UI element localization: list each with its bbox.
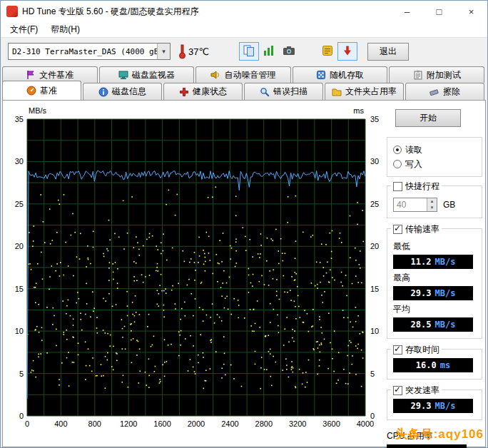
folder-usage-icon (332, 87, 342, 97)
access-time-checkbox[interactable]: 存取时间 (391, 344, 442, 356)
cpu-usage-display: 10.5 % (387, 444, 467, 448)
write-radio[interactable]: 写入 (393, 158, 476, 170)
erase-icon (429, 87, 439, 97)
shortstroke-size-input[interactable]: 40 ▲ ▼ (393, 198, 437, 212)
tab-label: 健康状态 (193, 86, 227, 98)
burst-unit: MB/s (435, 401, 456, 411)
svg-text:25: 25 (15, 200, 24, 208)
min-speed-display: 11.2 MB/s (393, 255, 473, 269)
benchmark-icon (26, 86, 36, 96)
menu-help[interactable]: 帮助(H) (44, 22, 86, 37)
minimize-button[interactable]: – (391, 1, 423, 22)
svg-text:25: 25 (370, 200, 379, 208)
min-unit: MB/s (435, 257, 456, 267)
read-radio-label: 读取 (405, 144, 422, 156)
tab-disk-info[interactable]: 磁盘信息 (83, 83, 162, 100)
avg-label: 平均 (393, 303, 476, 315)
tab-label: 基准 (40, 85, 57, 97)
max-value: 29.3 (411, 288, 432, 298)
shortstroke-label: 快捷行程 (405, 180, 439, 193)
svg-text:2800: 2800 (255, 419, 273, 428)
chevron-down-icon[interactable]: ▾ (157, 44, 170, 59)
svg-text:30: 30 (15, 157, 24, 166)
svg-text:0: 0 (19, 412, 24, 420)
max-label: 最高 (393, 272, 476, 284)
burst-rate-label: 突发速率 (405, 385, 439, 397)
tab-error-scan[interactable]: 错误扫描 (244, 83, 323, 100)
exit-button[interactable]: 退出 (367, 43, 409, 61)
tab-label: 错误扫描 (273, 86, 307, 98)
spin-up-icon[interactable]: ▲ (427, 198, 437, 205)
tab-label: 随机存取 (330, 69, 364, 81)
menu-bar: 文件(F) 帮助(H) (1, 22, 487, 38)
close-button[interactable]: × (455, 1, 487, 22)
benchmark-chart: 0055101015152020252530303535040080012001… (6, 103, 385, 440)
access-time-group: 存取时间 16.0 ms (387, 349, 482, 380)
tab-health[interactable]: 健康状态 (163, 83, 243, 100)
yellow-note-icon (321, 44, 334, 59)
checkbox-checked-icon (393, 386, 402, 395)
shortstroke-group: 快捷行程 40 ▲ ▼ GB (387, 185, 482, 218)
burst-rate-checkbox[interactable]: 突发速率 (391, 385, 442, 397)
aam-icon (210, 70, 220, 80)
drive-select[interactable]: D2-310 TerraMaster_DAS (4000 gB) ▾ (8, 43, 171, 60)
copy-text-button[interactable] (317, 42, 337, 61)
burst-rate-group: 突发速率 29.3 MB/s (387, 390, 482, 420)
svg-text:1200: 1200 (120, 419, 137, 428)
access-value: 16.0 (416, 360, 437, 370)
svg-text:ms: ms (353, 106, 364, 115)
tab-aam[interactable]: 自动噪音管理 (195, 66, 291, 83)
min-label: 最低 (393, 240, 476, 253)
tab-label: 磁盘监视器 (132, 69, 175, 81)
svg-text:15: 15 (15, 285, 24, 293)
svg-text:10: 10 (370, 327, 379, 335)
screenshot-camera-button[interactable] (279, 42, 299, 61)
write-radio-label: 写入 (405, 158, 422, 170)
svg-text:4000: 4000 (357, 419, 374, 428)
access-time-label: 存取时间 (405, 344, 439, 356)
svg-text:1600: 1600 (153, 419, 171, 428)
download-results-button[interactable] (337, 42, 357, 61)
svg-text:35: 35 (370, 115, 379, 123)
radio-unselected-icon (393, 160, 402, 168)
tab-label: 附加测试 (427, 69, 461, 81)
tab-label: 文件基准 (39, 69, 73, 81)
tab-folder-usage[interactable]: 文件夹占用率 (325, 83, 404, 100)
pages-icon (243, 44, 255, 59)
copy-screenshot-button[interactable] (239, 42, 259, 61)
transfer-rate-label: 传输速率 (405, 223, 439, 235)
start-button[interactable]: 开始 (395, 109, 461, 127)
tab-extra-tests[interactable]: 附加测试 (389, 66, 484, 83)
access-time-display: 16.0 ms (393, 358, 473, 372)
svg-text:5: 5 (19, 370, 24, 378)
shortstroke-checkbox[interactable]: 快捷行程 (391, 180, 442, 193)
tab-random-access[interactable]: 随机存取 (293, 66, 388, 83)
svg-text:3600: 3600 (322, 419, 340, 428)
menu-file[interactable]: 文件(F) (4, 22, 44, 37)
svg-text:2000: 2000 (188, 419, 205, 428)
svg-text:20: 20 (370, 242, 379, 250)
health-icon (179, 87, 189, 97)
radio-selected-icon (393, 146, 402, 154)
gb-unit-label: GB (443, 200, 455, 210)
tab-label: 擦除 (443, 86, 460, 98)
camera-icon (283, 45, 295, 58)
burst-rate-display: 29.3 MB/s (393, 399, 473, 413)
disk-info-icon (98, 87, 108, 97)
tab-disk-monitor[interactable]: 磁盘监视器 (99, 66, 195, 83)
read-radio[interactable]: 读取 (393, 143, 476, 156)
tab-erase[interactable]: 擦除 (405, 83, 484, 100)
window-title: HD Tune 专业版 5.60 - 硬盘/固态硬盘实用程序 (22, 6, 198, 18)
svg-text:3200: 3200 (289, 419, 306, 428)
save-screenshot-button[interactable] (259, 42, 279, 61)
maximize-button[interactable]: □ (423, 1, 455, 22)
spin-down-icon[interactable]: ▼ (427, 205, 437, 211)
max-speed-display: 29.3 MB/s (393, 286, 473, 300)
tab-label: 磁盘信息 (112, 86, 146, 98)
transfer-rate-checkbox[interactable]: 传输速率 (391, 223, 442, 235)
svg-text:0: 0 (25, 419, 29, 428)
tab-benchmark[interactable]: 基准 (2, 81, 81, 100)
avg-speed-display: 28.5 MB/s (393, 317, 473, 332)
thermometer-icon (178, 44, 186, 59)
tab-label: 自动噪音管理 (224, 69, 275, 81)
